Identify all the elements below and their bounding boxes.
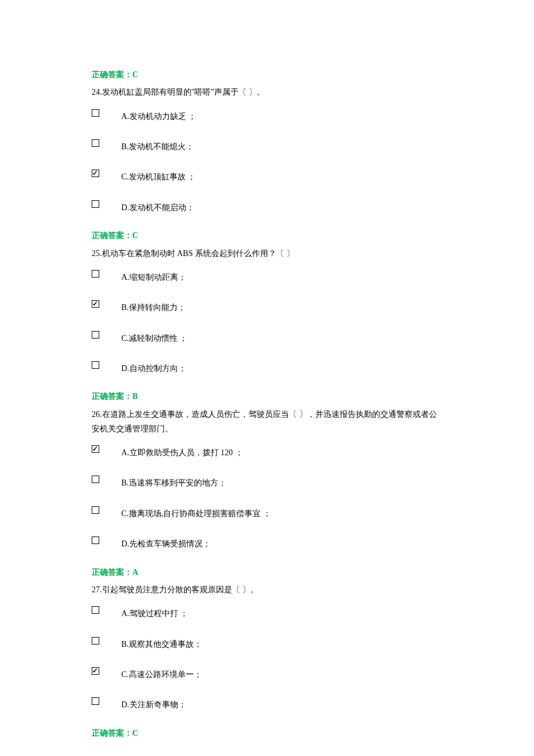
option-label: C.高速公路环境单一；: [121, 666, 202, 681]
option-checkbox[interactable]: [92, 270, 99, 278]
option-label: A.缩短制动距离；: [121, 269, 186, 284]
correct-answer-label: 正确答案：C: [92, 727, 442, 740]
option-row: A.发动机动力缺乏 ；: [92, 108, 442, 123]
correct-answer-label: 正确答案：C: [92, 69, 442, 81]
option-label: C.撤离现场,自行协商处理损害赔偿事宜 ；: [121, 505, 271, 520]
option-checkbox[interactable]: [92, 109, 99, 117]
question-text: 27.引起驾驶员注意力分散的客观原因是〔 〕。: [92, 582, 442, 597]
option-row: B.观察其他交通事故；: [92, 636, 442, 651]
option-checkbox[interactable]: [92, 139, 99, 147]
option-label: A.发动机动力缺乏 ；: [121, 108, 196, 123]
correct-answer-label: 正确答案：C: [92, 229, 442, 242]
option-checkbox[interactable]: [92, 300, 99, 308]
correct-answer-label: 正确答案：A: [92, 566, 442, 579]
option-checkbox[interactable]: [92, 667, 99, 675]
option-checkbox[interactable]: [92, 445, 99, 453]
option-row: B.保持转向能力；: [92, 299, 442, 314]
option-row: A.驾驶过程中打 ；: [92, 605, 442, 620]
option-checkbox[interactable]: [92, 361, 99, 369]
option-label: B.迅速将车移到平安的地方；: [121, 474, 226, 489]
question-text: 24.发动机缸盖局部有明显的"嗒嗒"声属于〔 〕。: [92, 85, 442, 99]
option-row: D.自动控制方向；: [92, 360, 442, 375]
option-label: A.驾驶过程中打 ；: [121, 605, 188, 620]
correct-answer-label: 正确答案：B: [92, 390, 442, 403]
option-checkbox[interactable]: [92, 606, 99, 614]
option-row: C.发动机顶缸事故 ；: [92, 168, 442, 183]
option-label: D.发动机不能启动；: [121, 199, 194, 214]
option-label: B.保持转向能力；: [121, 299, 186, 314]
option-row: B.发动机不能熄火；: [92, 138, 442, 153]
option-row: D.发动机不能启动；: [92, 199, 442, 214]
question-text: 26.在道路上发生交通事故，造成人员伤亡，驾驶员应当〔 〕，并迅速报告执勤的交通…: [92, 407, 442, 436]
option-checkbox[interactable]: [92, 200, 99, 208]
option-label: B.发动机不能熄火；: [121, 138, 194, 153]
option-row: C.减轻制动惯性 ；: [92, 330, 442, 345]
option-label: D.关注新奇事物；: [121, 696, 186, 711]
option-row: A.立即救助受伤人员，拨打 120 ；: [92, 444, 442, 459]
option-row: C.撤离现场,自行协商处理损害赔偿事宜 ；: [92, 505, 442, 520]
question-block: 27.引起驾驶员注意力分散的客观原因是〔 〕。A.驾驶过程中打 ；B.观察其他交…: [92, 582, 442, 712]
option-row: B.迅速将车移到平安的地方；: [92, 474, 442, 489]
option-row: A.缩短制动距离；: [92, 269, 442, 284]
option-row: D.关注新奇事物；: [92, 696, 442, 711]
option-checkbox[interactable]: [92, 506, 99, 514]
option-label: D.自动控制方向；: [121, 360, 186, 375]
option-label: C.发动机顶缸事故 ；: [121, 168, 196, 183]
option-label: A.立即救助受伤人员，拨打 120 ；: [121, 444, 243, 459]
option-checkbox[interactable]: [92, 476, 99, 483]
option-checkbox[interactable]: [92, 637, 99, 645]
question-block: 24.发动机缸盖局部有明显的"嗒嗒"声属于〔 〕。A.发动机动力缺乏 ；B.发动…: [92, 85, 442, 214]
option-row: C.高速公路环境单一；: [92, 666, 442, 681]
option-checkbox[interactable]: [92, 697, 99, 705]
option-label: D.先检查车辆受损情况；: [121, 535, 211, 550]
option-checkbox[interactable]: [92, 537, 99, 544]
option-checkbox[interactable]: [92, 170, 99, 177]
option-label: B.观察其他交通事故；: [121, 636, 202, 651]
option-checkbox[interactable]: [92, 331, 99, 339]
option-label: C.减轻制动惯性 ；: [121, 330, 187, 345]
question-block: 25.机动车在紧急制动时 ABS 系统会起到什么作用？〔 〕A.缩短制动距离；B…: [92, 246, 442, 376]
option-row: D.先检查车辆受损情况；: [92, 535, 442, 550]
question-text: 25.机动车在紧急制动时 ABS 系统会起到什么作用？〔 〕: [92, 246, 442, 261]
question-block: 26.在道路上发生交通事故，造成人员伤亡，驾驶员应当〔 〕，并迅速报告执勤的交通…: [92, 407, 442, 551]
